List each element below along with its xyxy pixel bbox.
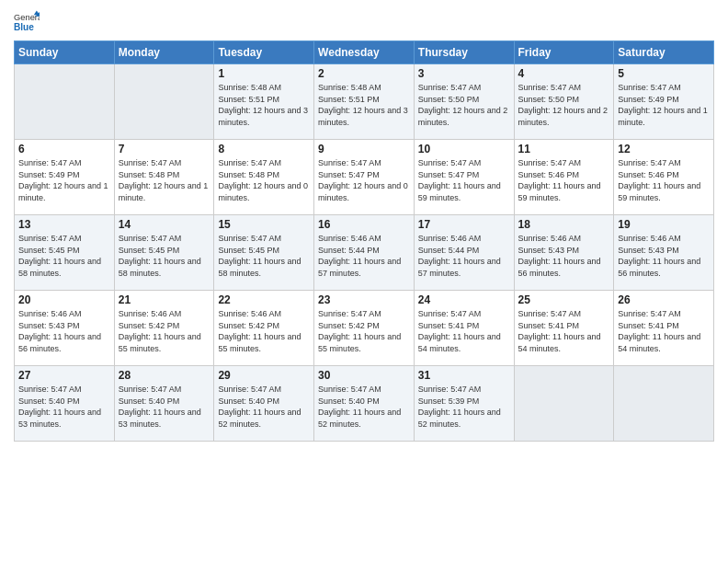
day-number: 5 <box>618 67 710 80</box>
day-info: Sunrise: 5:47 AM Sunset: 5:39 PM Dayligh… <box>418 384 510 430</box>
day-info: Sunrise: 5:47 AM Sunset: 5:48 PM Dayligh… <box>119 157 210 203</box>
day-number: 16 <box>318 218 410 231</box>
day-number: 9 <box>318 143 410 155</box>
day-number: 15 <box>218 218 310 231</box>
calendar-cell: 17Sunrise: 5:46 AM Sunset: 5:44 PM Dayli… <box>414 215 514 291</box>
day-info: Sunrise: 5:47 AM Sunset: 5:40 PM Dayligh… <box>119 384 210 430</box>
day-number: 7 <box>119 143 210 155</box>
calendar-cell: 8Sunrise: 5:47 AM Sunset: 5:48 PM Daylig… <box>214 140 314 215</box>
calendar-cell: 25Sunrise: 5:47 AM Sunset: 5:41 PM Dayli… <box>514 291 614 366</box>
day-info: Sunrise: 5:46 AM Sunset: 5:42 PM Dayligh… <box>218 308 310 354</box>
day-info: Sunrise: 5:47 AM Sunset: 5:40 PM Dayligh… <box>318 384 410 430</box>
day-number: 10 <box>418 143 510 155</box>
calendar-cell: 21Sunrise: 5:46 AM Sunset: 5:42 PM Dayli… <box>114 291 214 366</box>
day-info: Sunrise: 5:48 AM Sunset: 5:51 PM Dayligh… <box>218 82 310 128</box>
day-info: Sunrise: 5:47 AM Sunset: 5:46 PM Dayligh… <box>618 157 710 203</box>
day-info: Sunrise: 5:47 AM Sunset: 5:42 PM Dayligh… <box>318 308 410 354</box>
day-info: Sunrise: 5:47 AM Sunset: 5:49 PM Dayligh… <box>18 157 110 203</box>
day-number: 21 <box>119 293 210 306</box>
calendar-header: SundayMondayTuesdayWednesdayThursdayFrid… <box>15 41 714 64</box>
day-number: 20 <box>18 293 110 306</box>
day-number: 28 <box>119 369 210 382</box>
calendar-cell: 26Sunrise: 5:47 AM Sunset: 5:41 PM Dayli… <box>614 291 714 366</box>
calendar-cell: 6Sunrise: 5:47 AM Sunset: 5:49 PM Daylig… <box>15 140 115 215</box>
day-number: 3 <box>418 67 510 80</box>
calendar-cell: 20Sunrise: 5:46 AM Sunset: 5:43 PM Dayli… <box>15 291 115 366</box>
calendar-cell: 5Sunrise: 5:47 AM Sunset: 5:49 PM Daylig… <box>614 64 714 140</box>
day-number: 30 <box>318 369 410 382</box>
weekday-header-thursday: Thursday <box>414 41 514 64</box>
day-info: Sunrise: 5:47 AM Sunset: 5:41 PM Dayligh… <box>618 308 710 354</box>
calendar-cell: 9Sunrise: 5:47 AM Sunset: 5:47 PM Daylig… <box>314 140 415 215</box>
calendar-cell <box>114 64 214 140</box>
calendar-cell: 13Sunrise: 5:47 AM Sunset: 5:45 PM Dayli… <box>15 215 115 291</box>
logo-icon: General Blue <box>14 9 40 35</box>
page: General Blue SundayMondayTuesdayWednesda… <box>0 0 728 563</box>
day-info: Sunrise: 5:47 AM Sunset: 5:46 PM Dayligh… <box>518 157 610 203</box>
calendar-cell: 16Sunrise: 5:46 AM Sunset: 5:44 PM Dayli… <box>314 215 415 291</box>
day-info: Sunrise: 5:46 AM Sunset: 5:44 PM Dayligh… <box>418 233 510 279</box>
day-info: Sunrise: 5:47 AM Sunset: 5:41 PM Dayligh… <box>418 308 510 354</box>
calendar-cell: 29Sunrise: 5:47 AM Sunset: 5:40 PM Dayli… <box>214 366 314 442</box>
calendar-cell: 28Sunrise: 5:47 AM Sunset: 5:40 PM Dayli… <box>114 366 214 442</box>
day-info: Sunrise: 5:47 AM Sunset: 5:50 PM Dayligh… <box>418 82 510 128</box>
calendar-cell <box>514 366 614 442</box>
calendar-cell: 18Sunrise: 5:46 AM Sunset: 5:43 PM Dayli… <box>514 215 614 291</box>
calendar-cell: 2Sunrise: 5:48 AM Sunset: 5:51 PM Daylig… <box>314 64 415 140</box>
calendar-cell <box>15 64 115 140</box>
day-info: Sunrise: 5:46 AM Sunset: 5:43 PM Dayligh… <box>618 233 710 279</box>
day-info: Sunrise: 5:47 AM Sunset: 5:49 PM Dayligh… <box>618 82 710 128</box>
week-row-2: 13Sunrise: 5:47 AM Sunset: 5:45 PM Dayli… <box>15 215 714 291</box>
weekday-header-monday: Monday <box>114 41 214 64</box>
day-number: 19 <box>618 218 710 231</box>
day-number: 27 <box>18 369 110 382</box>
calendar-cell: 14Sunrise: 5:47 AM Sunset: 5:45 PM Dayli… <box>114 215 214 291</box>
logo: General Blue <box>14 9 40 35</box>
week-row-1: 6Sunrise: 5:47 AM Sunset: 5:49 PM Daylig… <box>15 140 714 215</box>
day-number: 17 <box>418 218 510 231</box>
day-number: 2 <box>318 67 410 80</box>
weekday-header-wednesday: Wednesday <box>314 41 415 64</box>
day-number: 29 <box>218 369 310 382</box>
calendar-body: 1Sunrise: 5:48 AM Sunset: 5:51 PM Daylig… <box>15 64 714 442</box>
calendar: SundayMondayTuesdayWednesdayThursdayFrid… <box>14 40 714 442</box>
calendar-cell: 31Sunrise: 5:47 AM Sunset: 5:39 PM Dayli… <box>414 366 514 442</box>
day-info: Sunrise: 5:46 AM Sunset: 5:43 PM Dayligh… <box>518 233 610 279</box>
day-info: Sunrise: 5:46 AM Sunset: 5:44 PM Dayligh… <box>318 233 410 279</box>
week-row-3: 20Sunrise: 5:46 AM Sunset: 5:43 PM Dayli… <box>15 291 714 366</box>
day-number: 13 <box>18 218 110 231</box>
calendar-cell: 19Sunrise: 5:46 AM Sunset: 5:43 PM Dayli… <box>614 215 714 291</box>
day-info: Sunrise: 5:47 AM Sunset: 5:45 PM Dayligh… <box>218 233 310 279</box>
day-info: Sunrise: 5:48 AM Sunset: 5:51 PM Dayligh… <box>318 82 410 128</box>
day-info: Sunrise: 5:47 AM Sunset: 5:40 PM Dayligh… <box>218 384 310 430</box>
calendar-cell: 11Sunrise: 5:47 AM Sunset: 5:46 PM Dayli… <box>514 140 614 215</box>
calendar-cell: 3Sunrise: 5:47 AM Sunset: 5:50 PM Daylig… <box>414 64 514 140</box>
day-number: 4 <box>518 67 610 80</box>
day-number: 22 <box>218 293 310 306</box>
calendar-cell: 24Sunrise: 5:47 AM Sunset: 5:41 PM Dayli… <box>414 291 514 366</box>
day-number: 11 <box>518 143 610 155</box>
calendar-cell: 23Sunrise: 5:47 AM Sunset: 5:42 PM Dayli… <box>314 291 415 366</box>
day-info: Sunrise: 5:47 AM Sunset: 5:48 PM Dayligh… <box>218 157 310 203</box>
day-number: 14 <box>119 218 210 231</box>
week-row-0: 1Sunrise: 5:48 AM Sunset: 5:51 PM Daylig… <box>15 64 714 140</box>
day-info: Sunrise: 5:47 AM Sunset: 5:41 PM Dayligh… <box>518 308 610 354</box>
day-info: Sunrise: 5:47 AM Sunset: 5:45 PM Dayligh… <box>18 233 110 279</box>
day-number: 8 <box>218 143 310 155</box>
calendar-cell <box>614 366 714 442</box>
day-number: 1 <box>218 67 310 80</box>
calendar-cell: 27Sunrise: 5:47 AM Sunset: 5:40 PM Dayli… <box>15 366 115 442</box>
day-info: Sunrise: 5:47 AM Sunset: 5:47 PM Dayligh… <box>318 157 410 203</box>
weekday-row: SundayMondayTuesdayWednesdayThursdayFrid… <box>15 41 714 64</box>
week-row-4: 27Sunrise: 5:47 AM Sunset: 5:40 PM Dayli… <box>15 366 714 442</box>
day-number: 6 <box>18 143 110 155</box>
calendar-cell: 1Sunrise: 5:48 AM Sunset: 5:51 PM Daylig… <box>214 64 314 140</box>
calendar-cell: 10Sunrise: 5:47 AM Sunset: 5:47 PM Dayli… <box>414 140 514 215</box>
day-info: Sunrise: 5:47 AM Sunset: 5:47 PM Dayligh… <box>418 157 510 203</box>
day-number: 12 <box>618 143 710 155</box>
calendar-cell: 22Sunrise: 5:46 AM Sunset: 5:42 PM Dayli… <box>214 291 314 366</box>
day-number: 23 <box>318 293 410 306</box>
calendar-cell: 30Sunrise: 5:47 AM Sunset: 5:40 PM Dayli… <box>314 366 415 442</box>
calendar-cell: 15Sunrise: 5:47 AM Sunset: 5:45 PM Dayli… <box>214 215 314 291</box>
weekday-header-sunday: Sunday <box>15 41 115 64</box>
